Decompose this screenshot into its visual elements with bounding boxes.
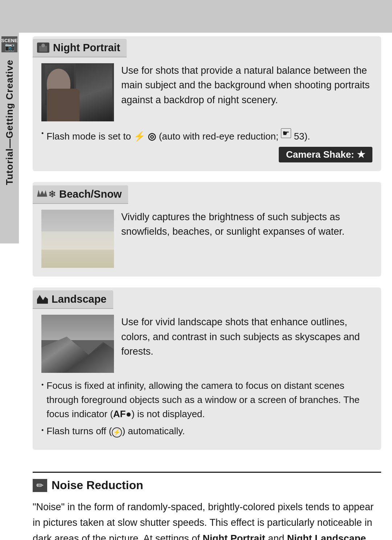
landscape-note1-text: Focus is fixed at infinity, allowing the… [46,379,372,421]
landscape-section: Landscape Use for vivid landscape shots … [33,287,381,450]
night-portrait-section: Night Portrait Use for shots that provid… [33,36,381,171]
bullet-dot-2: • [41,380,44,390]
noise-reduction-title: Noise Reduction [52,479,143,492]
noise-reduction-icon: ✏ [33,479,47,492]
top-bar [0,0,392,33]
noise-mid1: and [265,533,287,540]
bullet-dot-3: • [41,426,44,435]
camera-shake-badge: Camera Shake: ★ [41,147,372,162]
beach-snow-content: Vividly captures the brightness of such … [41,210,372,268]
night-portrait-note1: • Flash mode is set to ⚡ ◎ (auto with re… [41,127,372,144]
camera-shake-label: Camera Shake: ★ [286,149,365,160]
scene-icon: SCENE 📷 [1,36,17,52]
landscape-note2: • Flash turns off (⚡) automatically. [41,424,372,438]
night-portrait-content: Use for shots that provide a natural bal… [41,63,372,121]
landscape-label: Landscape [33,290,113,309]
landscape-image [41,315,114,373]
side-tab: SCENE 📷 Tutorial—Getting Creative [0,33,19,243]
page-container: SCENE 📷 Tutorial—Getting Creative Night … [0,0,392,540]
night-portrait-label: Night Portrait [33,39,127,57]
beach-snow-description: Vividly captures the brightness of such … [121,210,372,239]
night-portrait-notes: • Flash mode is set to ⚡ ◎ (auto with re… [41,127,372,144]
landscape-icon [37,295,48,304]
noise-reduction-header: ✏ Noise Reduction [33,479,381,492]
landscape-title: Landscape [52,293,107,305]
landscape-content: Use for vivid landscape shots that enhan… [41,315,372,373]
beach-snow-label: ❄ Beach/Snow [33,185,128,204]
landscape-notes: • Focus is fixed at infinity, allowing t… [41,379,372,438]
night-portrait-description: Use for shots that provide a natural bal… [121,63,372,108]
bullet-dot-1: • [41,129,44,138]
camera-shake-pill: Camera Shake: ★ [279,147,372,162]
note1-text: Flash mode is set to ⚡ ◎ (auto with red-… [46,127,310,144]
side-tab-label: Tutorial—Getting Creative [4,60,15,185]
noise-reduction-section: ✏ Noise Reduction "Noise" in the form of… [33,472,381,540]
landscape-note1: • Focus is fixed at infinity, allowing t… [41,379,372,421]
noise-bold2: Night Landscape [287,533,366,540]
beach-snow-title: Beach/Snow [59,188,122,200]
beach-snow-icon: ❄ [37,189,56,200]
landscape-description: Use for vivid landscape shots that enhan… [121,315,372,359]
noise-reduction-body: "Noise" in the form of randomly-spaced, … [33,499,381,540]
beach-snow-image [41,210,114,268]
night-portrait-title: Night Portrait [53,42,120,54]
landscape-note2-text: Flash turns off (⚡) automatically. [46,424,185,438]
beach-snow-section: ❄ Beach/Snow Vividly captures the bright… [33,182,381,277]
night-portrait-icon [37,43,49,53]
night-portrait-image [41,63,114,121]
noise-bold1: Night Portrait [203,533,265,540]
main-content: Night Portrait Use for shots that provid… [22,36,392,540]
